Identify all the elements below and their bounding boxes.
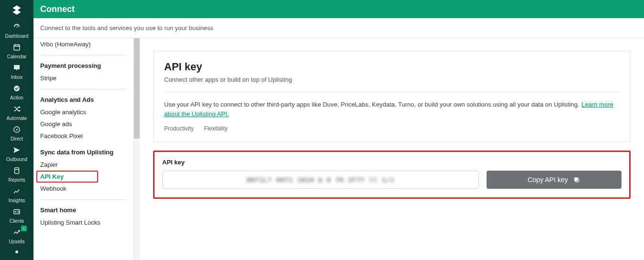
nav-inbox[interactable]: Inbox xyxy=(0,62,33,80)
description-text: Use your API key to connect to other thi… xyxy=(164,101,581,108)
nav-label: Insights xyxy=(9,198,25,203)
nav-more[interactable] xyxy=(0,246,33,258)
compass-icon xyxy=(12,124,21,135)
chart-icon xyxy=(12,185,21,197)
nav-outbound[interactable]: Outbound xyxy=(0,144,33,162)
sidebar-item-gads[interactable]: Google ads xyxy=(40,118,127,130)
nav-direct[interactable]: Direct xyxy=(0,124,33,141)
copy-button-label: Copy API key xyxy=(528,176,568,184)
svg-rect-3 xyxy=(15,168,19,173)
card-description: Use your API key to connect to other thi… xyxy=(164,100,620,119)
sidebar-group-analytics: Analytics and Ads xyxy=(40,89,127,106)
svg-rect-8 xyxy=(574,177,577,181)
divider xyxy=(164,92,620,92)
calculator-icon xyxy=(12,165,21,176)
nav-label: Upsells xyxy=(9,239,25,244)
sidebar-item-fbpixel[interactable]: Facebook Pixel xyxy=(40,130,127,142)
shuffle-icon xyxy=(12,103,21,115)
copy-icon xyxy=(573,176,580,184)
trending-up-icon xyxy=(12,227,21,238)
calendar-icon xyxy=(12,42,21,53)
page-title: Connect xyxy=(40,4,75,14)
tag-flexibility: Flexibility xyxy=(204,125,227,132)
nav-label: Dashboard xyxy=(5,33,29,39)
gauge-icon xyxy=(12,21,21,32)
sidebar-item-apikey[interactable]: API Key xyxy=(40,173,94,180)
tag-productivity: Productivity xyxy=(164,125,194,132)
send-icon xyxy=(12,144,21,156)
api-key-label: API key xyxy=(162,159,622,166)
nav-upsells[interactable]: Upsells i xyxy=(0,227,33,244)
info-badge: i xyxy=(21,226,27,231)
copy-api-key-button[interactable]: Copy API key xyxy=(487,171,622,189)
inbox-icon xyxy=(12,62,21,74)
card-title: API key xyxy=(164,61,620,73)
primary-nav: Dashboard Calendar Inbox Action Automate… xyxy=(0,0,33,260)
nav-clients[interactable]: Clients xyxy=(0,206,33,224)
dot-icon xyxy=(13,246,20,258)
sidebar-item-ganalytics[interactable]: Google analytics xyxy=(40,106,127,118)
nav-label: Outbound xyxy=(6,157,27,162)
api-key-field[interactable]: 00f1L7 00f1 1010 b 0 f0 IF77 ll 1/1 xyxy=(162,171,479,189)
nav-label: Inbox xyxy=(11,75,22,80)
nav-label: Clients xyxy=(10,218,24,224)
svg-point-1 xyxy=(14,86,20,91)
sidebar-group-sync: Sync data from Uplisting xyxy=(40,142,127,159)
nav-label: Action xyxy=(10,95,23,100)
api-key-info-card: API key Connect other apps or build on t… xyxy=(153,51,631,142)
nav-label: Automate xyxy=(7,116,27,121)
page-header: Connect xyxy=(33,0,644,18)
sidebar-group-smart-home: Smart home xyxy=(40,200,127,217)
sidebar-item-stripe[interactable]: Stripe xyxy=(40,72,127,84)
check-circle-icon xyxy=(12,83,21,94)
api-key-row: 00f1L7 00f1 1010 b 0 f0 IF77 ll 1/1 Copy… xyxy=(162,171,622,189)
settings-sidebar[interactable]: Vrbo (HomeAway) Payment processing Strip… xyxy=(33,38,134,260)
nav-label: Direct xyxy=(11,136,23,141)
nav-dashboard[interactable]: Dashboard xyxy=(0,21,33,39)
nav-label: Calendar xyxy=(7,54,27,59)
brand-logo[interactable] xyxy=(0,2,33,18)
nav-action[interactable]: Action xyxy=(0,83,33,100)
nav-automate[interactable]: Automate xyxy=(0,103,33,121)
sidebar-item-webhook[interactable]: Webhook xyxy=(40,183,127,195)
logo-icon xyxy=(11,4,23,16)
nav-calendar[interactable]: Calendar xyxy=(0,42,33,59)
svg-point-5 xyxy=(15,211,16,213)
card-subtitle: Connect other apps or build on top of Up… xyxy=(164,76,620,83)
nav-label: Reports xyxy=(8,177,25,183)
api-key-masked: 00f1L7 00f1 1010 b 0 f0 IF77 ll 1/1 xyxy=(247,176,395,184)
svg-rect-4 xyxy=(14,210,20,214)
sidebar-item-apikey-highlight: API Key xyxy=(36,171,98,183)
sidebar-item-vrbo[interactable]: Vrbo (HomeAway) xyxy=(40,38,127,50)
page-subtitle: Connect to the tools and services you us… xyxy=(40,24,213,32)
svg-rect-0 xyxy=(14,45,20,50)
nav-reports[interactable]: Reports xyxy=(0,165,33,183)
nav-insights[interactable]: Insights xyxy=(0,185,33,203)
scrollbar-thumb[interactable] xyxy=(134,38,140,139)
sidebar-group-payment: Payment processing xyxy=(40,55,127,72)
card-tags: Productivity Flexibility xyxy=(164,125,620,132)
sidebar-item-smartlocks[interactable]: Uplisting Smart Locks xyxy=(40,217,127,228)
page-subheader: Connect to the tools and services you us… xyxy=(33,18,644,38)
svg-point-6 xyxy=(15,250,18,253)
main-content: API key Connect other apps or build on t… xyxy=(140,38,644,260)
api-key-box: API key 00f1L7 00f1 1010 b 0 f0 IF77 ll … xyxy=(153,151,631,199)
id-card-icon xyxy=(12,206,21,217)
sidebar-item-zapier[interactable]: Zapier xyxy=(40,159,127,171)
